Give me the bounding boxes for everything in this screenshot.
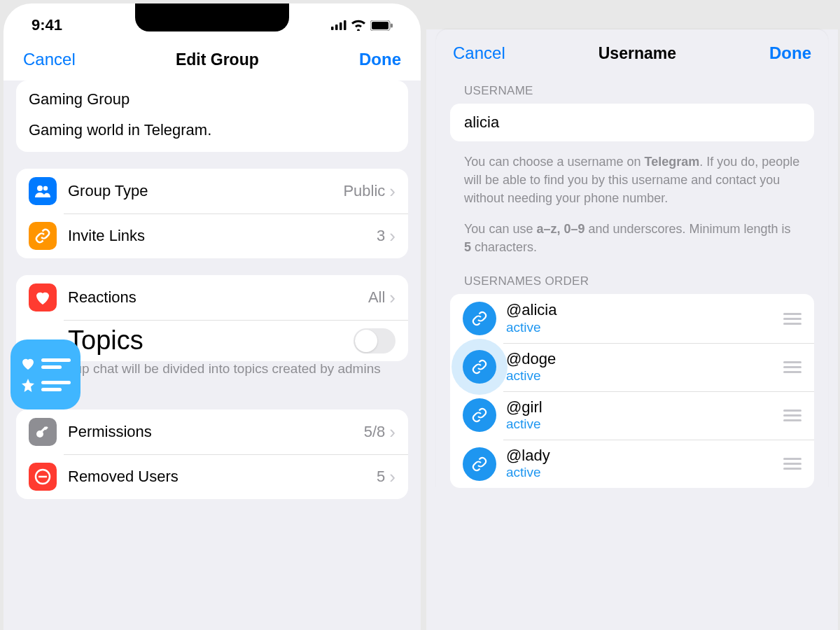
username-name: @lady: [506, 447, 783, 465]
heart-icon: [20, 356, 36, 371]
reactions-value: All: [368, 288, 385, 307]
username-section-header: USERNAME: [450, 76, 814, 104]
help-text-bold: 5: [464, 240, 471, 254]
username-help-text-2: You can use a–z, 0–9 and underscores. Mi…: [450, 217, 814, 266]
group-description-input[interactable]: Gaming world in Telegram.: [29, 121, 396, 139]
done-button[interactable]: Done: [359, 50, 401, 69]
link-icon: [463, 302, 496, 335]
invite-links-label: Invite Links: [68, 227, 377, 245]
cellular-icon: [331, 20, 346, 30]
removed-users-value: 5: [377, 468, 385, 486]
right-top-spacer: [426, 0, 838, 29]
help-text-bold: Telegram: [645, 155, 700, 169]
chevron-right-icon: ›: [389, 287, 396, 309]
svg-rect-2: [340, 22, 342, 30]
permissions-label: Permissions: [68, 423, 364, 441]
invite-links-icon: [29, 222, 57, 250]
invite-links-value: 3: [377, 227, 385, 245]
right-content: USERNAME alicia You can choose a usernam…: [436, 76, 828, 488]
usernames-list: @alicia active @doge active: [450, 294, 814, 488]
help-text-part: You can choose a username on: [464, 155, 645, 169]
wifi-icon: [351, 20, 366, 31]
help-text-part: and underscores. Minimum length is: [584, 222, 790, 236]
group-settings-card: Group Type Public › Invite Links 3 ›: [16, 169, 408, 258]
removed-users-row[interactable]: Removed Users 5 ›: [16, 454, 408, 499]
battery-icon: [370, 20, 393, 31]
svg-rect-3: [344, 20, 346, 30]
chevron-right-icon: ›: [389, 421, 396, 443]
nav-bar: Cancel Edit Group Done: [4, 41, 421, 80]
status-time: 9:41: [31, 16, 62, 34]
group-type-icon: [29, 177, 57, 205]
username-status: active: [506, 465, 783, 481]
username-help-text-1: You can choose a username on Telegram. I…: [450, 150, 814, 217]
drag-handle-icon[interactable]: [783, 361, 802, 373]
floating-topics-icon: [10, 340, 80, 410]
phone-notch: [135, 4, 289, 31]
status-icons: [331, 20, 393, 31]
reactions-row[interactable]: Reactions All ›: [16, 275, 408, 320]
svg-point-8: [43, 186, 48, 190]
done-button[interactable]: Done: [769, 43, 811, 63]
link-icon: [463, 398, 496, 432]
group-type-row[interactable]: Group Type Public ›: [16, 169, 408, 214]
invite-links-row[interactable]: Invite Links 3 ›: [16, 214, 408, 258]
removed-users-icon: [29, 463, 57, 491]
star-icon: [20, 378, 36, 393]
removed-users-label: Removed Users: [68, 468, 377, 486]
username-status: active: [506, 416, 783, 433]
group-name-input[interactable]: Gaming Group: [29, 90, 396, 108]
reactions-label: Reactions: [68, 288, 368, 307]
help-text-part: characters.: [471, 240, 537, 254]
right-nav-bar: Cancel Username Done: [436, 29, 828, 76]
nav-title: Username: [598, 44, 676, 63]
chevron-right-icon: ›: [389, 466, 396, 488]
group-type-label: Group Type: [68, 182, 343, 200]
username-name: @alicia: [506, 301, 783, 319]
username-status: active: [506, 320, 783, 336]
switch-knob: [355, 330, 377, 352]
username-row[interactable]: @doge active: [450, 343, 814, 391]
username-name: @girl: [506, 398, 783, 416]
username-input[interactable]: alicia: [464, 113, 800, 132]
username-input-card[interactable]: alicia: [450, 104, 814, 141]
cancel-button[interactable]: Cancel: [23, 50, 76, 69]
svg-rect-5: [372, 22, 388, 29]
link-icon: [463, 447, 496, 481]
link-icon: [463, 350, 496, 384]
username-row[interactable]: @alicia active: [450, 294, 814, 342]
username-status: active: [506, 368, 783, 384]
permissions-key-icon: [29, 418, 57, 446]
svg-point-7: [37, 186, 43, 191]
topics-label: Topics: [68, 326, 354, 356]
topics-switch[interactable]: [354, 328, 396, 354]
permissions-row[interactable]: Permissions 5/8 ›: [16, 410, 408, 454]
reactions-icon: [29, 284, 57, 312]
help-text-part: You can use: [464, 222, 536, 236]
help-text-bold: a–z, 0–9: [536, 222, 584, 236]
drag-handle-icon[interactable]: [783, 410, 802, 421]
usernames-order-header: USERNAMES ORDER: [450, 266, 814, 294]
right-sheet: Cancel Username Done USERNAME alicia You…: [436, 29, 828, 488]
svg-rect-0: [331, 27, 334, 30]
nav-title: Edit Group: [176, 50, 259, 69]
left-phone-frame: 9:41 Cancel Edit Group Done Gaming Group…: [4, 4, 421, 630]
group-type-value: Public: [343, 182, 385, 200]
chevron-right-icon: ›: [389, 225, 396, 247]
svg-rect-6: [391, 23, 393, 27]
group-info-card: Gaming Group Gaming world in Telegram.: [16, 80, 408, 152]
username-name: @doge: [506, 350, 783, 368]
chevron-right-icon: ›: [389, 181, 396, 202]
cancel-button[interactable]: Cancel: [453, 43, 505, 63]
drag-handle-icon[interactable]: [783, 458, 802, 470]
admin-card: Permissions 5/8 › Removed Users 5 ›: [16, 410, 408, 499]
svg-rect-1: [335, 24, 338, 30]
permissions-value: 5/8: [364, 423, 386, 441]
username-row[interactable]: @lady active: [450, 440, 814, 488]
drag-handle-icon[interactable]: [783, 313, 802, 325]
username-row[interactable]: @girl active: [450, 391, 814, 440]
right-phone-frame: Cancel Username Done USERNAME alicia You…: [426, 0, 838, 630]
